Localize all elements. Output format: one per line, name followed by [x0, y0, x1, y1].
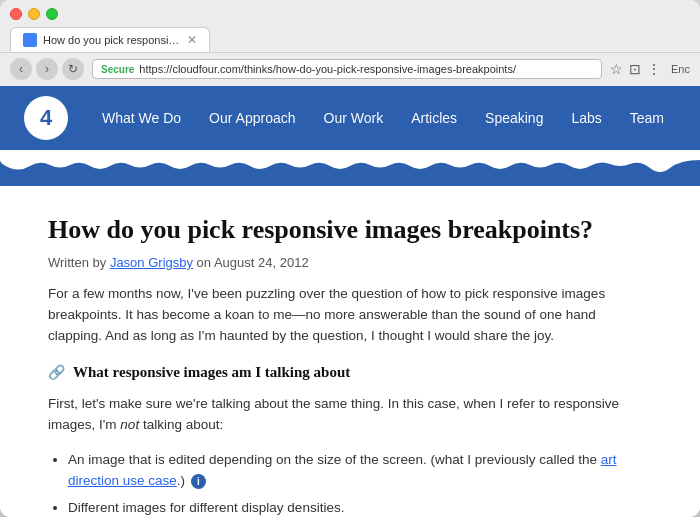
section1-intro: First, let's make sure we're talking abo…: [48, 394, 652, 436]
address-bar: ‹ › ↻ Secure https://cloudfour.com/think…: [0, 53, 700, 86]
byline-prefix: Written by: [48, 255, 110, 270]
url-text: https://cloudfour.com/thinks/how-do-you-…: [139, 63, 516, 75]
nav-link-our-approach[interactable]: Our Approach: [195, 110, 309, 126]
back-button[interactable]: ‹: [10, 58, 32, 80]
article-title: How do you pick responsive images breakp…: [48, 214, 652, 245]
tab-favicon: [23, 33, 37, 47]
tab-bar: How do you pick responsive i… ✕: [10, 27, 690, 52]
minimize-button[interactable]: [28, 8, 40, 20]
section1-italic: not: [120, 417, 139, 432]
link-icon: 🔗: [48, 362, 65, 384]
bullet-1: An image that is edited depending on the…: [68, 450, 652, 492]
section1-suffix: talking about:: [139, 417, 223, 432]
info-icon: i: [191, 474, 206, 489]
maximize-button[interactable]: [46, 8, 58, 20]
enc-label: Enc: [671, 63, 690, 75]
byline-suffix: on August 24, 2012: [193, 255, 309, 270]
site-logo[interactable]: 4: [24, 96, 68, 140]
bullet-1-prefix: An image that is edited depending on the…: [68, 452, 601, 467]
forward-button[interactable]: ›: [36, 58, 58, 80]
nav-links: What We Do Our Approach Our Work Article…: [88, 109, 678, 127]
browser-chrome: How do you pick responsive i… ✕: [0, 0, 700, 53]
refresh-button[interactable]: ↻: [62, 58, 84, 80]
active-tab[interactable]: How do you pick responsive i… ✕: [10, 27, 210, 52]
bullet-1-suffix: .): [177, 473, 185, 488]
nav-link-articles[interactable]: Articles: [397, 110, 471, 126]
secure-badge: Secure: [101, 64, 134, 75]
browser-window: How do you pick responsive i… ✕ ‹ › ↻ Se…: [0, 0, 700, 517]
logo-inner: 4: [30, 102, 62, 134]
nav-link-what-we-do[interactable]: What We Do: [88, 110, 195, 126]
section1-title: What responsive images am I talking abou…: [73, 361, 350, 384]
page-content: 4 What We Do Our Approach Our Work Artic…: [0, 86, 700, 517]
author-link[interactable]: Jason Grigsby: [110, 255, 193, 270]
browser-actions: ☆ ⊡ ⋮ Enc: [610, 61, 690, 77]
section1-heading: 🔗 What responsive images am I talking ab…: [48, 361, 652, 384]
intro-paragraph: For a few months now, I've been puzzling…: [48, 284, 652, 347]
more-button[interactable]: ⋮: [647, 61, 661, 77]
traffic-lights: [10, 8, 690, 20]
nav-link-our-work[interactable]: Our Work: [310, 110, 398, 126]
nav-link-labs[interactable]: Labs: [557, 110, 615, 126]
tab-close-button[interactable]: ✕: [187, 33, 197, 47]
nav-link-speaking[interactable]: Speaking: [471, 110, 557, 126]
cloud-divider: [0, 150, 700, 186]
nav-buttons: ‹ › ↻: [10, 58, 84, 80]
nav-link-team[interactable]: Team: [616, 110, 678, 126]
url-bar[interactable]: Secure https://cloudfour.com/thinks/how-…: [92, 59, 602, 79]
tab-title: How do you pick responsive i…: [43, 34, 181, 46]
article-area: How do you pick responsive images breakp…: [0, 186, 700, 517]
reader-button[interactable]: ⊡: [629, 61, 641, 77]
bullet-2: Different images for different display d…: [68, 498, 652, 517]
bullets-list: An image that is edited depending on the…: [68, 450, 652, 517]
bullet-2-text: Different images for different display d…: [68, 500, 344, 515]
article-body: For a few months now, I've been puzzling…: [48, 284, 652, 517]
close-button[interactable]: [10, 8, 22, 20]
bookmark-button[interactable]: ☆: [610, 61, 623, 77]
article-byline: Written by Jason Grigsby on August 24, 2…: [48, 255, 652, 270]
site-nav: 4 What We Do Our Approach Our Work Artic…: [0, 86, 700, 150]
